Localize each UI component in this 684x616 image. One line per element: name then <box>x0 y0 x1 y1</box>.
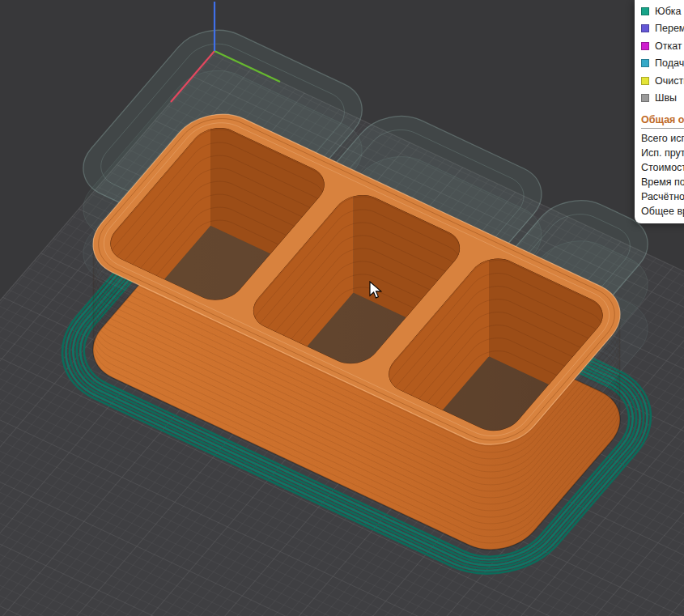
legend-item: Откат <box>641 37 684 55</box>
legend-color-swatch <box>641 59 649 67</box>
summary-stat: Время по <box>641 175 684 189</box>
legend-color-swatch <box>641 24 649 32</box>
legend-item: Подач <box>641 55 684 73</box>
legend-feature-list: ЮбкаПеремОткатПодачОчисткШвы <box>641 2 684 107</box>
summary-title: Общая о <box>641 114 684 129</box>
legend-item-label: Подач <box>655 57 684 69</box>
summary-stat: Всего исп <box>641 131 684 146</box>
legend-item-label: Швы <box>655 92 677 104</box>
legend-item: Швы <box>641 90 684 108</box>
legend-item: Юбка <box>641 2 684 20</box>
legend-item: Перем <box>641 20 684 38</box>
gcode-preview-canvas[interactable] <box>0 0 684 616</box>
legend-item-label: Юбка <box>655 6 681 17</box>
summary-stat: Расчётно <box>641 189 684 204</box>
legend-item-label: Откат <box>655 40 682 52</box>
summary-stat-list: Всего испИсп. прутСтоимостВремя поРасчёт… <box>641 131 684 219</box>
legend-item-label: Перем <box>655 23 684 34</box>
slicer-3d-viewport[interactable]: ЮбкаПеремОткатПодачОчисткШвы Общая о Все… <box>0 0 684 616</box>
legend-color-swatch <box>641 77 649 85</box>
legend-item-label: Очистк <box>655 75 684 87</box>
legend-item: Очистк <box>641 72 684 90</box>
legend-panel: ЮбкаПеремОткатПодачОчисткШвы Общая о Все… <box>635 0 684 223</box>
summary-stat: Стоимост <box>641 160 684 175</box>
summary-stat: Исп. прут <box>641 146 684 160</box>
legend-color-swatch <box>641 94 649 102</box>
legend-color-swatch <box>641 7 649 15</box>
legend-color-swatch <box>641 42 649 50</box>
summary-stat: Общее вр <box>641 204 684 219</box>
